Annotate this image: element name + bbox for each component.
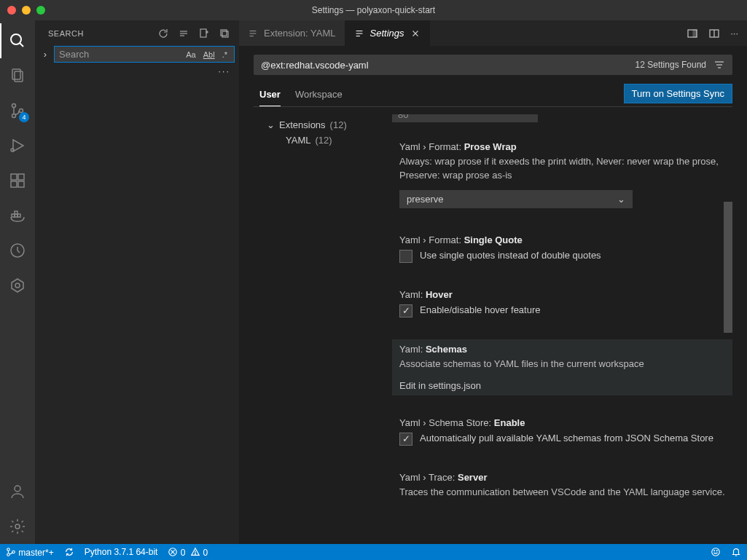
layout-icon[interactable] (708, 28, 720, 39)
svg-point-8 (11, 149, 14, 151)
activity-extensions[interactable] (0, 163, 35, 198)
setting-single-quote: Yaml › Format: Single Quote Use single q… (392, 230, 732, 267)
chevron-down-icon: ⌄ (267, 119, 275, 130)
activity-docker[interactable] (0, 198, 35, 233)
more-icon[interactable]: ··· (730, 28, 738, 39)
svg-rect-11 (18, 181, 24, 187)
prose-wrap-select[interactable]: preserve ⌄ (399, 190, 633, 208)
svg-rect-39 (693, 30, 697, 37)
edit-settings-json-link[interactable]: Edit in settings.json (399, 380, 725, 391)
maximize-window-button[interactable] (36, 6, 45, 15)
svg-point-55 (716, 551, 717, 551)
print-width-input[interactable]: 80 (392, 114, 538, 122)
scope-workspace[interactable]: Workspace (295, 89, 343, 106)
svg-rect-16 (15, 211, 17, 214)
status-bar: master*+ Python 3.7.1 64-bit 0 0 (0, 544, 747, 560)
svg-rect-2 (12, 69, 20, 79)
svg-point-45 (7, 548, 10, 551)
tab-label: Extension: YAML (264, 28, 336, 39)
setting-hover: Yaml: Hover Enable/disable hover feature (392, 285, 732, 322)
setting-schema-store: Yaml › Schema Store: Enable Automaticall… (392, 413, 732, 450)
schema-store-checkbox[interactable] (399, 433, 412, 446)
chevron-down-icon: ⌄ (617, 194, 625, 205)
svg-point-20 (15, 486, 20, 492)
setting-trace-server: Yaml › Trace: Server Traces the communic… (392, 468, 732, 504)
svg-point-19 (15, 283, 20, 288)
activity-search[interactable] (0, 23, 35, 58)
svg-point-46 (7, 553, 10, 556)
svg-rect-12 (18, 174, 24, 180)
settings-list: 80 Yaml › Format: Prose Wrap Always: wra… (378, 114, 732, 544)
status-bell-icon[interactable] (731, 547, 741, 557)
tab-settings[interactable]: Settings (345, 20, 430, 46)
split-editor-icon[interactable] (687, 28, 698, 39)
svg-rect-10 (11, 181, 17, 187)
match-word-toggle[interactable]: Abl (201, 50, 217, 60)
status-sync-icon[interactable] (64, 547, 74, 557)
search-more-icon[interactable]: ··· (35, 66, 239, 76)
status-branch[interactable]: master*+ (6, 547, 54, 558)
editor-area: Extension: YAML Settings ··· 12 Settings… (239, 20, 747, 544)
refresh-icon[interactable] (157, 28, 169, 39)
window-title: Settings — polyaxon-quick-start (0, 5, 747, 15)
svg-marker-7 (13, 140, 23, 151)
search-input[interactable] (59, 49, 184, 60)
tree-yaml[interactable]: YAML (12) (254, 133, 378, 148)
activity-source-control[interactable]: 4 (0, 93, 35, 128)
sidebar-title: SEARCH (48, 29, 84, 38)
settings-search-input[interactable] (261, 60, 635, 71)
svg-point-5 (12, 114, 16, 118)
clear-icon[interactable] (178, 28, 189, 39)
scrollbar[interactable] (724, 114, 732, 544)
setting-schemas: Yaml: Schemas Associate schemas to YAML … (392, 339, 732, 395)
collapse-icon[interactable] (219, 28, 230, 39)
settings-found-count: 12 Settings Found (635, 60, 706, 70)
titlebar: Settings — polyaxon-quick-start (0, 0, 747, 20)
filter-icon[interactable] (713, 59, 725, 71)
tab-label: Settings (370, 28, 404, 39)
svg-line-1 (20, 43, 23, 47)
settings-tree: ⌄ Extensions (12) YAML (12) (254, 114, 378, 544)
search-expand-icon[interactable]: › (39, 49, 51, 60)
new-file-icon[interactable] (198, 28, 210, 39)
tabs: Extension: YAML Settings ··· (239, 20, 747, 46)
settings-sync-button[interactable]: Turn on Settings Sync (624, 84, 732, 103)
svg-rect-28 (221, 30, 227, 36)
activity-accounts[interactable] (0, 474, 35, 509)
tab-extension-yaml[interactable]: Extension: YAML (239, 20, 345, 46)
search-input-container[interactable]: Aa Abl .* (54, 46, 235, 63)
close-icon[interactable] (410, 28, 421, 39)
scope-user[interactable]: User (259, 89, 281, 106)
status-feedback-icon[interactable] (711, 547, 721, 557)
minimize-window-button[interactable] (22, 6, 31, 15)
activity-kubernetes[interactable] (0, 268, 35, 303)
activity-explorer[interactable] (0, 58, 35, 93)
match-case-toggle[interactable]: Aa (184, 50, 197, 60)
single-quote-checkbox[interactable] (399, 250, 412, 263)
svg-point-52 (195, 553, 196, 554)
regex-toggle[interactable]: .* (220, 50, 230, 60)
hover-checkbox[interactable] (399, 304, 412, 318)
svg-point-21 (15, 524, 20, 529)
activity-debug[interactable] (0, 128, 35, 163)
activity-settings[interactable] (0, 509, 35, 544)
svg-point-54 (714, 551, 715, 551)
svg-rect-25 (200, 29, 206, 37)
settings-search[interactable]: 12 Settings Found (254, 55, 732, 75)
svg-rect-3 (15, 71, 23, 82)
svg-marker-18 (12, 279, 23, 292)
window-controls (0, 6, 45, 15)
svg-rect-9 (11, 174, 17, 180)
svg-point-4 (12, 104, 16, 108)
sidebar: SEARCH › Aa Abl .* ··· (35, 20, 239, 544)
status-problems[interactable]: 0 0 (168, 547, 208, 558)
status-python[interactable]: Python 3.7.1 64-bit (85, 547, 158, 557)
scm-badge: 4 (19, 112, 29, 122)
activity-timeline[interactable] (0, 233, 35, 268)
activity-bar: 4 (0, 20, 35, 544)
tree-extensions[interactable]: ⌄ Extensions (12) (254, 117, 378, 133)
close-window-button[interactable] (7, 6, 16, 15)
setting-prose-wrap: Yaml › Format: Prose Wrap Always: wrap p… (392, 137, 732, 213)
svg-point-0 (11, 34, 21, 44)
svg-point-53 (712, 548, 720, 556)
